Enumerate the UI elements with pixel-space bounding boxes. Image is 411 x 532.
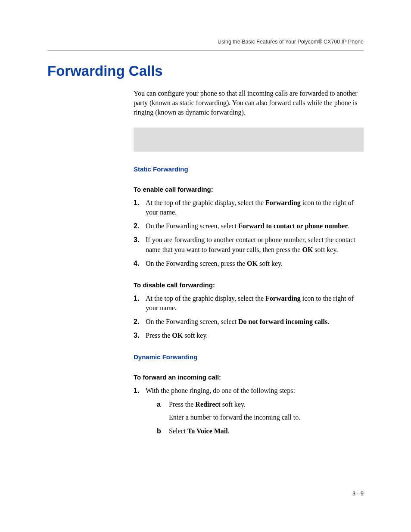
step-item: On the Forwarding screen, press the OK s… [134, 259, 364, 268]
step-item: If you are forwarding to another contact… [134, 235, 364, 254]
substeps: Press the Redirect soft key. Enter a num… [157, 400, 364, 436]
step-text: Select [169, 427, 187, 435]
body-column: You can configure your phone so that all… [134, 89, 364, 436]
steps-enable: At the top of the graphic display, selec… [134, 198, 364, 268]
section-heading-static: Static Forwarding [134, 165, 364, 173]
page: Using the Basic Features of Your Polycom… [0, 0, 411, 436]
bold-term: OK [247, 260, 258, 267]
step-text: On the Forwarding screen, select [146, 318, 238, 325]
step-item: At the top of the graphic display, selec… [134, 198, 364, 217]
page-title: Forwarding Calls [47, 63, 364, 79]
bold-term: Forwarding [265, 295, 301, 302]
step-text: On the Forwarding screen, press the [146, 260, 247, 267]
step-text: Press the [169, 401, 195, 408]
bold-term: To Voice Mail [187, 427, 228, 435]
note-placeholder-box [134, 128, 364, 152]
step-item: At the top of the graphic display, selec… [134, 294, 364, 313]
bold-term: Forward to contact or phone number [238, 222, 348, 230]
intro-paragraph: You can configure your phone so that all… [134, 89, 364, 117]
bold-term: Redirect [195, 401, 220, 408]
steps-forward-incoming: With the phone ringing, do one of the fo… [134, 386, 364, 436]
header-rule [47, 50, 364, 51]
step-text: Press the [146, 332, 172, 339]
bold-term: Do not forward incoming calls [238, 318, 327, 325]
step-text: . [327, 318, 329, 325]
step-text: . [228, 427, 230, 435]
bold-term: OK [302, 246, 313, 253]
running-header: Using the Basic Features of Your Polycom… [47, 39, 364, 45]
step-text: On the Forwarding screen, select [146, 222, 238, 230]
step-text: At the top of the graphic display, selec… [146, 295, 265, 302]
bold-term: OK [172, 332, 183, 339]
step-item: With the phone ringing, do one of the fo… [134, 386, 364, 436]
section-heading-dynamic: Dynamic Forwarding [134, 353, 364, 361]
page-number: 3 - 9 [352, 490, 364, 497]
substep-item: Select To Voice Mail. [157, 426, 364, 436]
substep-item: Press the Redirect soft key. Enter a num… [157, 400, 364, 422]
step-text: At the top of the graphic display, selec… [146, 199, 265, 206]
step-text: soft key. [258, 260, 283, 267]
procedure-heading-forward-incoming: To forward an incoming call: [134, 373, 364, 381]
substep-extra-text: Enter a number to forward the incoming c… [169, 413, 364, 422]
step-text: soft key. [221, 401, 246, 408]
bold-term: Forwarding [265, 199, 301, 206]
step-item: On the Forwarding screen, select Forward… [134, 221, 364, 231]
step-text: soft key. [313, 246, 338, 253]
step-text: With the phone ringing, do one of the fo… [146, 387, 295, 394]
procedure-heading-enable: To enable call forwarding: [134, 186, 364, 193]
steps-disable: At the top of the graphic display, selec… [134, 294, 364, 340]
step-text: soft key. [183, 332, 208, 339]
step-item: Press the OK soft key. [134, 331, 364, 340]
step-item: On the Forwarding screen, select Do not … [134, 317, 364, 327]
procedure-heading-disable: To disable call forwarding: [134, 281, 364, 289]
step-text: . [348, 222, 349, 230]
